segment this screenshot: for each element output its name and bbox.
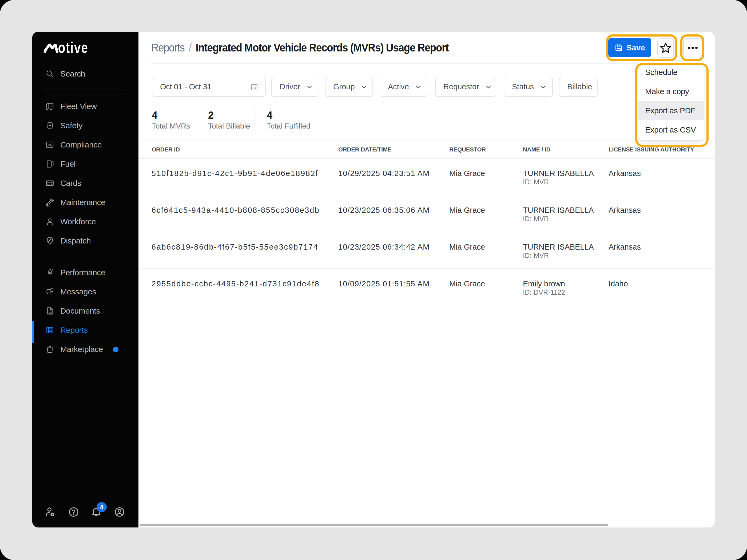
svg-text:otive: otive bbox=[58, 39, 88, 55]
